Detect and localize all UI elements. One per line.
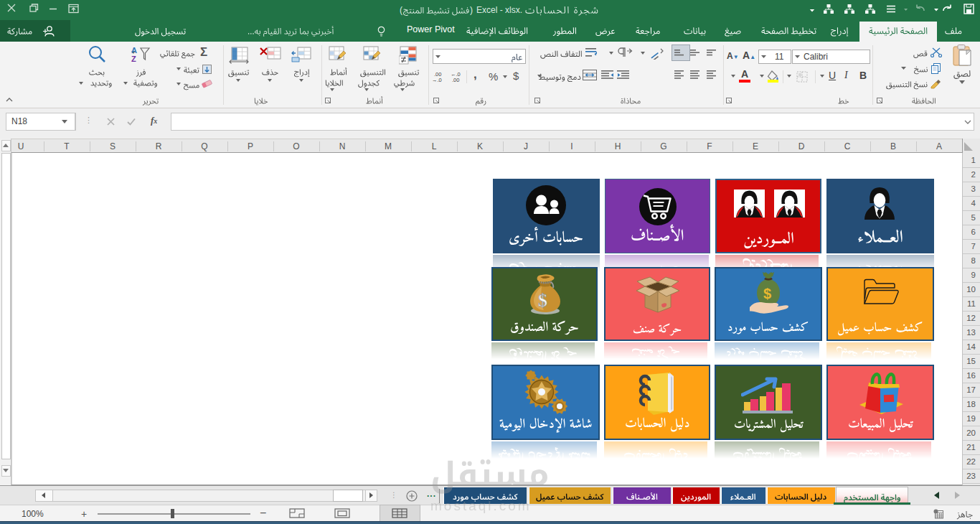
svg-text:→.0: →.0 xyxy=(432,77,442,83)
svg-text:$: $ xyxy=(763,286,771,301)
svg-text:Z: Z xyxy=(131,55,136,63)
svg-text:.00: .00 xyxy=(452,77,459,83)
svg-text:A: A xyxy=(131,46,137,55)
svg-text:$: $ xyxy=(538,290,547,311)
